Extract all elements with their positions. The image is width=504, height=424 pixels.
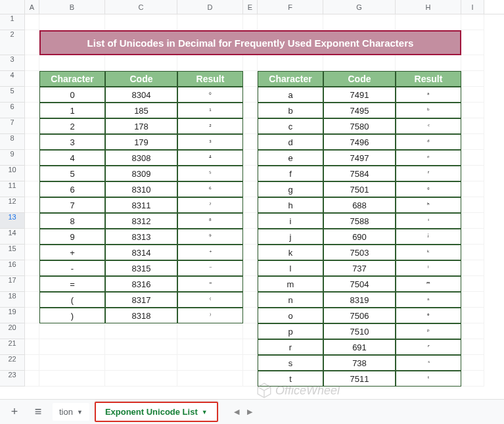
cell[interactable] xyxy=(243,323,258,339)
cell[interactable] xyxy=(177,355,243,371)
row-header-18[interactable]: 18 xyxy=(0,292,25,308)
table1-code[interactable]: 8312 xyxy=(105,213,177,229)
table2-code[interactable]: 691 xyxy=(323,339,396,355)
cell[interactable] xyxy=(25,55,39,71)
table2-char[interactable]: r xyxy=(258,339,323,355)
cell[interactable] xyxy=(39,339,105,355)
table1-code[interactable]: 8309 xyxy=(105,166,177,181)
table1-code[interactable]: 8315 xyxy=(105,260,177,276)
table1-result[interactable]: ⁾ xyxy=(177,308,243,323)
table1-char[interactable]: = xyxy=(39,276,105,292)
cell[interactable] xyxy=(461,166,484,181)
cell[interactable] xyxy=(25,166,39,181)
col-header-E[interactable]: E xyxy=(243,0,258,14)
table1-code[interactable]: 8308 xyxy=(105,150,177,166)
table1-code[interactable]: 8313 xyxy=(105,229,177,245)
row-header-20[interactable]: 20 xyxy=(0,323,25,339)
cell[interactable] xyxy=(25,229,39,245)
table2-code[interactable]: 7511 xyxy=(323,371,396,387)
cell[interactable] xyxy=(243,71,258,87)
table2-char[interactable]: k xyxy=(258,245,323,260)
table1-char[interactable]: 0 xyxy=(39,87,105,103)
cell[interactable] xyxy=(461,276,484,292)
tab-prev-button[interactable]: ◀ xyxy=(231,405,242,419)
cell[interactable] xyxy=(243,181,258,197)
table2-code[interactable]: 8319 xyxy=(323,292,396,308)
table1-result[interactable]: ⁼ xyxy=(177,276,243,292)
cell[interactable] xyxy=(243,308,258,323)
table2-result[interactable]: ᵉ xyxy=(396,150,461,166)
table2-result[interactable]: ʳ xyxy=(396,339,461,355)
table2-result[interactable]: ᵏ xyxy=(396,245,461,260)
cell[interactable] xyxy=(25,103,39,118)
table2-char[interactable]: i xyxy=(258,213,323,229)
cell[interactable] xyxy=(461,260,484,276)
cell[interactable] xyxy=(25,355,39,371)
table1-code[interactable]: 8311 xyxy=(105,197,177,213)
table2-result[interactable]: ᶜ xyxy=(396,118,461,134)
cell[interactable] xyxy=(243,292,258,308)
table2-result[interactable]: ᵈ xyxy=(396,134,461,150)
table2-char[interactable]: d xyxy=(258,134,323,150)
table1-char[interactable]: 9 xyxy=(39,229,105,245)
cell[interactable] xyxy=(25,14,39,30)
row-header-23[interactable]: 23 xyxy=(0,371,25,387)
tab-next-button[interactable]: ▶ xyxy=(244,405,255,419)
table1-char[interactable]: 5 xyxy=(39,166,105,181)
table2-char[interactable]: l xyxy=(258,260,323,276)
row-header-21[interactable]: 21 xyxy=(0,339,25,355)
table1-code[interactable]: 179 xyxy=(105,134,177,150)
table1-char[interactable]: 4 xyxy=(39,150,105,166)
cell[interactable] xyxy=(243,229,258,245)
cell[interactable] xyxy=(25,371,39,387)
cell[interactable] xyxy=(461,71,484,87)
row-header-5[interactable]: 5 xyxy=(0,87,25,103)
row-header-16[interactable]: 16 xyxy=(0,260,25,276)
cell[interactable] xyxy=(25,245,39,260)
table2-result[interactable]: ⁿ xyxy=(396,292,461,308)
col-header-D[interactable]: D xyxy=(177,0,243,14)
row-header-12[interactable]: 12 xyxy=(0,197,25,213)
cell[interactable] xyxy=(39,355,105,371)
cell[interactable] xyxy=(105,55,177,71)
table2-char[interactable]: m xyxy=(258,276,323,292)
cell[interactable] xyxy=(39,55,105,71)
table2-result[interactable]: ˢ xyxy=(396,355,461,371)
table1-char[interactable]: 2 xyxy=(39,118,105,134)
row-header-1[interactable]: 1 xyxy=(0,14,25,30)
row-header-15[interactable]: 15 xyxy=(0,245,25,260)
row-header-7[interactable]: 7 xyxy=(0,118,25,134)
col-header-B[interactable]: B xyxy=(39,0,105,14)
cell[interactable] xyxy=(243,339,258,355)
table2-code[interactable]: 7504 xyxy=(323,276,396,292)
cell[interactable] xyxy=(396,14,461,30)
cell[interactable] xyxy=(25,150,39,166)
table2-result[interactable]: ʰ xyxy=(396,197,461,213)
cell[interactable] xyxy=(461,103,484,118)
table1-result[interactable]: ⁸ xyxy=(177,213,243,229)
sheet-tab-partial[interactable]: tion ▼ xyxy=(53,403,89,421)
row-header-10[interactable]: 10 xyxy=(0,166,25,181)
table2-code[interactable]: 7584 xyxy=(323,166,396,181)
cell[interactable] xyxy=(177,339,243,355)
cell[interactable] xyxy=(323,55,396,71)
cell[interactable] xyxy=(243,103,258,118)
table2-code[interactable]: 7588 xyxy=(323,213,396,229)
cell[interactable] xyxy=(243,371,258,387)
cell[interactable] xyxy=(25,276,39,292)
col-header-A[interactable]: A xyxy=(25,0,39,14)
cell[interactable] xyxy=(25,134,39,150)
row-header-14[interactable]: 14 xyxy=(0,229,25,245)
cell[interactable] xyxy=(461,181,484,197)
table1-char[interactable]: ( xyxy=(39,292,105,308)
table2-char[interactable]: f xyxy=(258,166,323,181)
table2-code[interactable]: 7491 xyxy=(323,87,396,103)
cell[interactable] xyxy=(461,55,484,71)
table2-char[interactable]: s xyxy=(258,355,323,371)
cell[interactable] xyxy=(461,245,484,260)
table2-char[interactable]: p xyxy=(258,323,323,339)
cell[interactable] xyxy=(105,14,177,30)
table2-result[interactable]: ˡ xyxy=(396,260,461,276)
table2-char[interactable]: a xyxy=(258,87,323,103)
table1-result[interactable]: ⁻ xyxy=(177,260,243,276)
